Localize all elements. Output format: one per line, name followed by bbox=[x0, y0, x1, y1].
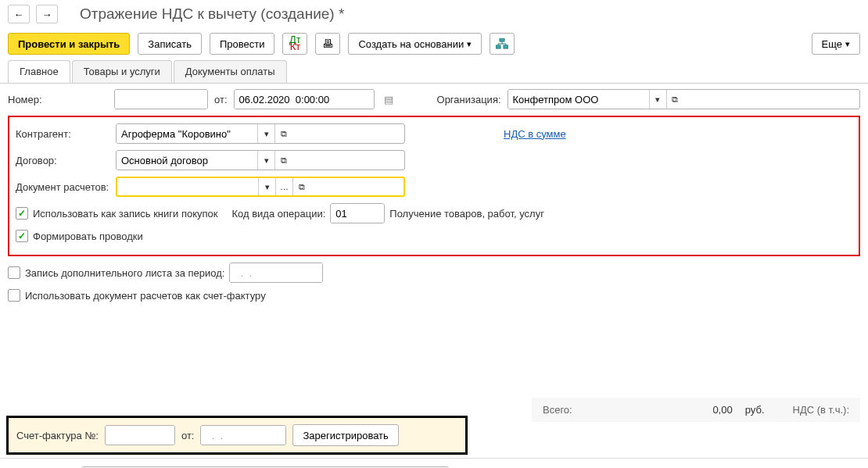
register-button[interactable]: Зарегистрировать bbox=[292, 424, 398, 446]
org-input[interactable] bbox=[508, 90, 649, 109]
open-icon[interactable]: ⧉ bbox=[274, 151, 292, 170]
tab-goods[interactable]: Товары и услуги bbox=[72, 60, 172, 83]
create-based-on-button[interactable]: Создать на основании bbox=[348, 33, 482, 55]
number-label: Номер: bbox=[8, 94, 108, 105]
print-button[interactable]: 🖶 bbox=[315, 33, 340, 55]
invoice-register-section: Счет-фактура №: от: 📅 Зарегистрировать bbox=[6, 416, 468, 455]
calc-doc-input[interactable] bbox=[117, 178, 258, 195]
open-icon[interactable]: ⧉ bbox=[292, 178, 310, 195]
svg-rect-0 bbox=[500, 38, 504, 41]
number-input[interactable] bbox=[115, 90, 208, 109]
form-entries-label: Формировать проводки bbox=[33, 230, 143, 242]
structure-icon bbox=[496, 38, 508, 49]
dropdown-icon[interactable]: ▾ bbox=[257, 151, 274, 170]
form-entries-checkbox[interactable] bbox=[16, 230, 28, 242]
ellipsis-icon[interactable]: … bbox=[275, 178, 292, 195]
page-title: Отражение НДС к вычету (создание) * bbox=[80, 5, 344, 23]
svg-rect-1 bbox=[496, 45, 500, 48]
use-as-purchase-checkbox[interactable] bbox=[16, 207, 28, 220]
calc-doc-label: Документ расчетов: bbox=[16, 181, 109, 193]
org-label: Организация: bbox=[437, 94, 501, 105]
open-icon[interactable]: ⧉ bbox=[274, 124, 292, 143]
nav-forward-button[interactable]: → bbox=[36, 5, 58, 23]
dropdown-icon[interactable]: ▾ bbox=[649, 90, 666, 109]
form-mode-icon[interactable]: ▤ bbox=[384, 94, 393, 105]
totals-bar: Всего: 0,00 руб. НДС (в т.ч.): bbox=[532, 398, 860, 422]
contract-label: Договор: bbox=[16, 155, 109, 166]
from-label: от: bbox=[214, 94, 228, 105]
oper-code-label: Код вида операции: bbox=[231, 208, 325, 220]
total-label: Всего: bbox=[543, 404, 572, 416]
more-button[interactable]: Еще bbox=[812, 33, 860, 55]
dropdown-icon[interactable]: ▾ bbox=[257, 124, 274, 143]
contract-input[interactable] bbox=[117, 151, 257, 170]
total-value: 0,00 bbox=[712, 404, 732, 416]
nav-back-button[interactable]: ← bbox=[8, 5, 30, 23]
open-icon[interactable]: ⧉ bbox=[666, 90, 683, 109]
invoice-date-input[interactable] bbox=[201, 426, 286, 445]
invoice-num-input[interactable] bbox=[106, 426, 175, 445]
printer-icon: 🖶 bbox=[322, 38, 333, 50]
svg-rect-2 bbox=[504, 45, 508, 48]
dropdown-icon[interactable]: ▾ bbox=[258, 178, 275, 195]
post-button[interactable]: Провести bbox=[210, 33, 275, 55]
structure-button[interactable] bbox=[490, 33, 515, 55]
add-sheet-checkbox[interactable] bbox=[8, 266, 20, 279]
highlighted-section: Контрагент: ▾ ⧉ НДС в сумме Договор: ▾ ⧉… bbox=[8, 116, 860, 256]
tab-paydocs[interactable]: Документы оплаты bbox=[174, 60, 287, 83]
use-calc-as-invoice-label: Использовать документ расчетов как счет-… bbox=[25, 290, 266, 302]
invoice-from-label: от: bbox=[181, 430, 195, 441]
oper-code-input[interactable] bbox=[331, 204, 385, 223]
use-calc-as-invoice-checkbox[interactable] bbox=[8, 289, 20, 302]
add-sheet-date-input[interactable] bbox=[230, 263, 323, 282]
vat-in-sum-link[interactable]: НДС в сумме bbox=[504, 128, 566, 140]
dt-kt-icon-button[interactable]: ДтКт bbox=[282, 33, 307, 55]
dt-kt-icon: ДтКт bbox=[289, 37, 301, 51]
write-button[interactable]: Записать bbox=[138, 33, 202, 55]
invoice-num-label: Счет-фактура №: bbox=[16, 430, 99, 441]
vat-incl-label: НДС (в т.ч.): bbox=[793, 404, 850, 416]
currency-label: руб. bbox=[745, 404, 765, 416]
oper-desc: Получение товаров, работ, услуг bbox=[389, 208, 544, 220]
use-as-purchase-label: Использовать как запись книги покупок bbox=[33, 208, 217, 220]
contractor-label: Контрагент: bbox=[16, 128, 109, 140]
date-input[interactable] bbox=[235, 90, 375, 109]
tab-main[interactable]: Главное bbox=[8, 60, 70, 83]
add-sheet-label: Запись дополнительного листа за период: bbox=[25, 267, 224, 279]
post-and-close-button[interactable]: Провести и закрыть bbox=[8, 33, 130, 55]
contractor-input[interactable] bbox=[117, 124, 257, 143]
